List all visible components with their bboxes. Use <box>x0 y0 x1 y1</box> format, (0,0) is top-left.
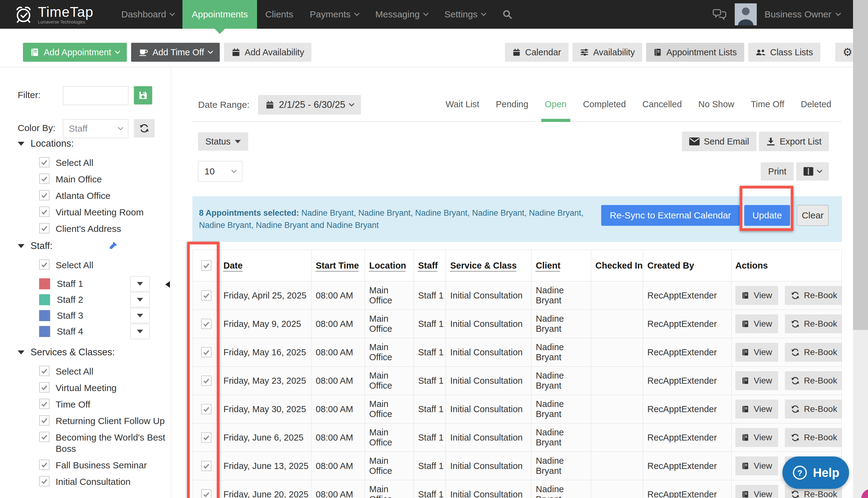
search-button[interactable] <box>494 0 521 29</box>
view-button[interactable]: View <box>735 286 778 305</box>
checkbox-checked-icon[interactable] <box>39 459 50 470</box>
row-checkbox-checked[interactable] <box>201 319 211 329</box>
sidebar-collapse-handle[interactable] <box>165 281 170 288</box>
clear-selection-button[interactable]: Clear <box>797 205 829 226</box>
eyedropper-icon[interactable] <box>107 241 118 251</box>
staff-dropdown-button[interactable] <box>130 324 150 339</box>
add-appointment-button[interactable]: Add Appointment <box>23 43 127 62</box>
calendar-view-button[interactable]: Calendar <box>505 43 569 62</box>
column-header-start-time[interactable]: Start Time <box>311 250 365 281</box>
view-button[interactable]: View <box>735 485 778 498</box>
color-by-select[interactable]: Staff <box>63 119 128 138</box>
view-button[interactable]: View <box>735 399 778 419</box>
status-tab[interactable]: Open <box>545 99 567 110</box>
page-size-select[interactable]: 10 <box>198 161 242 182</box>
status-tab[interactable]: Wait List <box>445 99 479 110</box>
row-checkbox-checked[interactable] <box>201 461 211 471</box>
nav-item-settings[interactable]: Settings <box>436 0 494 29</box>
status-tab[interactable]: Cancelled <box>643 99 682 110</box>
add-availability-button[interactable]: Add Availability <box>224 43 312 62</box>
location-checkbox-item[interactable]: Main Office <box>39 173 171 185</box>
availability-view-button[interactable]: Availability <box>572 43 642 62</box>
checkbox-checked-icon[interactable] <box>39 259 50 270</box>
rebook-button[interactable]: Re-Book <box>785 314 842 333</box>
row-checkbox-checked[interactable] <box>201 404 211 414</box>
staff-dropdown-button[interactable] <box>130 292 150 307</box>
location-checkbox-item[interactable]: Select All <box>39 157 171 168</box>
collapse-locations-icon[interactable] <box>18 142 24 146</box>
columns-button[interactable] <box>796 162 829 181</box>
checkbox-checked-icon[interactable] <box>39 173 50 184</box>
rebook-button[interactable]: Re-Book <box>785 343 842 362</box>
rebook-button[interactable]: Re-Book <box>785 286 842 305</box>
checkbox-checked-icon[interactable] <box>39 190 50 200</box>
checkbox-checked-icon[interactable] <box>39 382 50 393</box>
service-checkbox-item[interactable]: Select All <box>39 366 171 377</box>
row-checkbox-checked[interactable] <box>201 290 211 301</box>
service-checkbox-item[interactable]: Virtual Meeting <box>39 382 171 394</box>
column-header-client[interactable]: Client <box>531 250 591 281</box>
status-tab[interactable]: Deleted <box>801 99 831 110</box>
checkbox-checked-icon[interactable] <box>39 366 50 376</box>
rebook-button[interactable]: Re-Book <box>785 371 842 390</box>
filter-input[interactable] <box>63 86 128 105</box>
column-header-staff[interactable]: Staff <box>414 250 446 281</box>
column-header-location[interactable]: Location <box>365 250 414 281</box>
location-checkbox-item[interactable]: Client's Address <box>39 223 171 234</box>
service-checkbox-item[interactable]: Time Off <box>39 399 171 410</box>
collapse-staff-icon[interactable] <box>18 244 24 248</box>
nav-item-dashboard[interactable]: Dashboard <box>113 0 183 29</box>
refresh-colors-button[interactable] <box>134 119 155 137</box>
service-checkbox-item[interactable]: Becoming the World's Best Boss <box>39 432 171 454</box>
avatar[interactable] <box>735 3 757 25</box>
save-filter-button[interactable] <box>134 86 152 104</box>
status-tab[interactable]: Time Off <box>751 99 784 110</box>
checkbox-checked-icon[interactable] <box>39 157 50 168</box>
scrollbar-thumb[interactable] <box>853 0 868 330</box>
staff-dropdown-button[interactable] <box>130 276 150 291</box>
status-tab[interactable]: No Show <box>698 99 735 110</box>
send-email-button[interactable]: Send Email <box>682 132 756 151</box>
timetap-logo[interactable]: TimeTap Lumaverse Technologies <box>14 4 93 24</box>
export-list-button[interactable]: Export List <box>759 132 829 151</box>
collapse-services-icon[interactable] <box>18 351 24 354</box>
nav-item-messaging[interactable]: Messaging <box>367 0 436 29</box>
select-all-rows-checkbox[interactable] <box>193 250 220 281</box>
checkbox-checked-icon[interactable] <box>39 476 50 486</box>
column-header-date[interactable]: Date <box>220 250 311 281</box>
view-button[interactable]: View <box>735 343 778 362</box>
status-tab[interactable]: Completed <box>583 99 626 110</box>
view-button[interactable]: View <box>735 457 778 475</box>
staff-select-all-item[interactable]: Select All <box>39 259 171 271</box>
class-lists-view-button[interactable]: Class Lists <box>748 43 820 62</box>
rebook-button[interactable]: Re-Book <box>785 428 842 447</box>
row-checkbox-checked[interactable] <box>201 489 211 498</box>
date-range-picker[interactable]: 2/1/25 - 6/30/25 <box>258 95 361 115</box>
checkbox-checked-icon[interactable] <box>39 207 50 217</box>
help-button[interactable]: ? Help <box>782 457 849 489</box>
nav-item-clients[interactable]: Clients <box>257 0 302 29</box>
row-checkbox-checked[interactable] <box>201 347 211 357</box>
add-time-off-button[interactable]: Add Time Off <box>131 43 220 62</box>
location-checkbox-item[interactable]: Atlanta Office <box>39 190 171 201</box>
location-checkbox-item[interactable]: Virtual Meeting Room <box>39 207 171 218</box>
staff-dropdown-button[interactable] <box>130 308 150 323</box>
print-button[interactable]: Print <box>761 162 794 181</box>
user-menu[interactable]: Business Owner <box>765 9 840 19</box>
status-tab[interactable]: Pending <box>496 99 528 110</box>
resync-external-calendar-button[interactable]: Re-Sync to External Calendar <box>601 205 740 226</box>
view-button[interactable]: View <box>735 428 778 447</box>
column-header-service-class[interactable]: Service & Class <box>446 250 531 281</box>
rebook-button[interactable]: Re-Book <box>785 399 842 419</box>
appointment-lists-view-button[interactable]: Appointment Lists <box>646 43 744 62</box>
checkbox-checked-icon[interactable] <box>39 415 50 425</box>
view-button[interactable]: View <box>735 371 778 390</box>
nav-item-appointments[interactable]: Appointments <box>182 0 257 29</box>
checkbox-checked-icon[interactable] <box>39 432 50 442</box>
service-checkbox-item[interactable]: Initial Consultation <box>39 476 171 487</box>
row-checkbox-checked[interactable] <box>201 376 211 386</box>
update-button[interactable]: Update <box>744 205 790 226</box>
service-checkbox-item[interactable]: Fall Business Seminar <box>39 459 171 471</box>
service-checkbox-item[interactable]: Returning Client Follow Up <box>39 415 171 427</box>
row-checkbox-checked[interactable] <box>201 432 211 443</box>
